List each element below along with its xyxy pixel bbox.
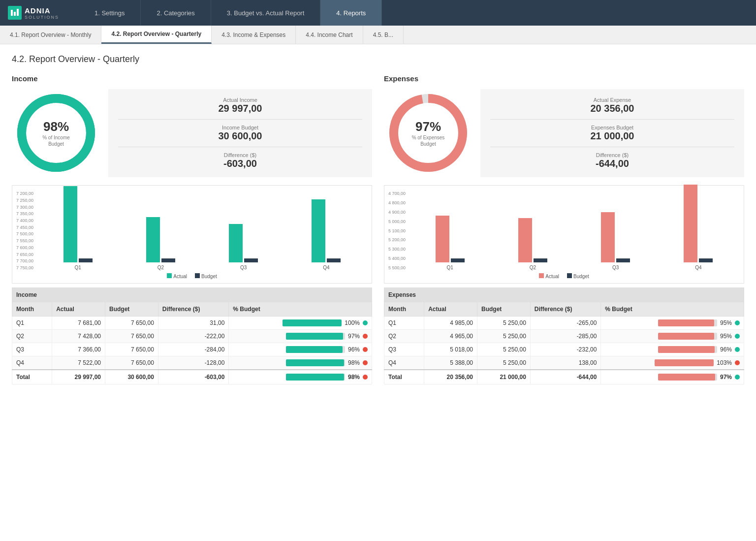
expenses-budget-bar-q1 bbox=[451, 258, 465, 262]
income-legend-actual: Actual bbox=[167, 273, 187, 279]
income-actual-bar-q3 bbox=[229, 224, 243, 262]
expenses-th-pct: % Budget bbox=[601, 302, 744, 317]
nav-tab-categories[interactable]: 2. Categories bbox=[141, 0, 211, 26]
income-diff-q4: -128,00 bbox=[158, 356, 229, 370]
income-budget-stat: Income Budget 30 600,00 bbox=[118, 125, 362, 142]
income-budget-bar-q1 bbox=[79, 258, 93, 262]
expenses-donut-pct: 97% bbox=[412, 119, 445, 134]
expenses-diff-label: Difference ($) bbox=[490, 152, 734, 158]
income-th-budget: Budget bbox=[105, 302, 158, 317]
logo-icon bbox=[8, 6, 22, 20]
expenses-diff-q3: -232,00 bbox=[530, 343, 601, 356]
expenses-budget-q2: 5 250,00 bbox=[477, 330, 530, 343]
expenses-budget-bar-q2 bbox=[534, 258, 547, 262]
expenses-th-budget: Budget bbox=[477, 302, 530, 317]
expenses-diff-q4: 138,00 bbox=[530, 356, 601, 370]
expenses-bar-group-q1: Q1 bbox=[409, 216, 491, 270]
income-th-month: Month bbox=[12, 302, 52, 317]
income-column: Income 98% % of IncomeBudget bbox=[12, 74, 372, 384]
expenses-x-label-q3: Q3 bbox=[612, 265, 619, 270]
sub-tab-income-expenses[interactable]: 4.3. Income & Expenses bbox=[212, 26, 296, 44]
sub-tab-b[interactable]: 4.5. B... bbox=[363, 26, 404, 44]
income-budget-q4: 7 650,00 bbox=[105, 356, 158, 370]
income-legend-actual-dot bbox=[167, 273, 172, 278]
income-table: Income Month Actual Budget Difference ($… bbox=[12, 287, 372, 384]
income-month-q3: Q3 bbox=[12, 343, 52, 356]
sub-tab-monthly[interactable]: 4.1. Report Overview - Monthly bbox=[0, 26, 101, 44]
nav-tab-reports[interactable]: 4. Reports bbox=[320, 0, 382, 26]
expenses-legend-actual: Actual bbox=[539, 273, 559, 279]
sub-navigation: 4.1. Report Overview - Monthly 4.2. Repo… bbox=[0, 26, 756, 44]
expenses-total-label: Total bbox=[384, 370, 424, 384]
expenses-donut-sub: % of ExpensesBudget bbox=[412, 134, 445, 147]
income-chart-legend: Actual Budget bbox=[16, 273, 368, 279]
expenses-chart-legend: Actual Budget bbox=[388, 273, 740, 279]
income-bar-group-q3: Q3 bbox=[202, 224, 285, 270]
income-total-budget: 30 600,00 bbox=[105, 370, 158, 384]
income-total-dot bbox=[363, 375, 368, 380]
sub-tab-income-chart[interactable]: 4.4. Income Chart bbox=[296, 26, 363, 44]
income-pct-q3: 96% bbox=[229, 343, 372, 356]
income-budget-bar-q3 bbox=[244, 258, 258, 262]
income-bar-groups: Q1 Q2 bbox=[36, 191, 368, 270]
expenses-budget-bar-q4 bbox=[699, 258, 713, 262]
income-bar-group-q2: Q2 bbox=[119, 217, 202, 270]
expenses-actual-q4: 5 388,00 bbox=[424, 356, 477, 370]
income-budget-bar-q2 bbox=[161, 258, 175, 262]
expenses-actual-bar-q4 bbox=[684, 185, 697, 262]
brand-name: ADNIA bbox=[25, 6, 59, 15]
income-dot-q4 bbox=[363, 360, 368, 365]
income-pct-q1: 100% bbox=[229, 317, 372, 330]
expenses-legend-budget: Budget bbox=[567, 273, 589, 279]
income-legend-budget-dot bbox=[195, 273, 200, 278]
page-content: 4.2. Report Overview - Quarterly Income … bbox=[0, 44, 756, 394]
expenses-th-actual: Actual bbox=[424, 302, 477, 317]
expenses-actual-label: Actual Expense bbox=[490, 97, 734, 103]
income-total-pct: 98% bbox=[229, 370, 372, 384]
expenses-pct-q1: 95% bbox=[601, 317, 744, 330]
nav-tab-settings[interactable]: 1. Settings bbox=[79, 0, 141, 26]
income-legend-budget: Budget bbox=[195, 273, 217, 279]
svg-rect-2 bbox=[17, 9, 19, 16]
income-row-q2: Q2 7 428,00 7 650,00 -222,00 97% bbox=[12, 330, 372, 343]
page-title: 4.2. Report Overview - Quarterly bbox=[12, 54, 744, 64]
expenses-diff-value: -644,00 bbox=[490, 158, 734, 169]
expenses-total-row: Total 20 356,00 21 000,00 -644,00 97% bbox=[384, 370, 744, 384]
nav-tab-budget-actual[interactable]: 3. Budget vs. Actual Report bbox=[211, 0, 321, 26]
expenses-legend-actual-dot bbox=[539, 273, 544, 278]
income-donut-label: 98% % of IncomeBudget bbox=[42, 119, 70, 147]
expenses-month-q2: Q2 bbox=[384, 330, 424, 343]
main-two-col: Income 98% % of IncomeBudget bbox=[12, 74, 744, 384]
expenses-th-diff: Difference ($) bbox=[530, 302, 601, 317]
income-total-actual: 29 997,00 bbox=[52, 370, 105, 384]
expenses-actual-q1: 4 985,00 bbox=[424, 317, 477, 330]
income-row-q1: Q1 7 681,00 7 650,00 31,00 100% bbox=[12, 317, 372, 330]
expenses-bar-groups: Q1 Q2 bbox=[409, 191, 740, 270]
logo: ADNIA SOLUTIONS bbox=[0, 6, 79, 20]
expenses-actual-value: 20 356,00 bbox=[490, 103, 734, 114]
expenses-donut-stats-row: 97% % of ExpensesBudget Actual Expense 2… bbox=[384, 89, 744, 177]
expenses-budget-q4: 5 250,00 bbox=[477, 356, 530, 370]
expenses-total-actual: 20 356,00 bbox=[424, 370, 477, 384]
expenses-donut-chart: 97% % of ExpensesBudget bbox=[384, 89, 472, 177]
expenses-diff-q1: -265,00 bbox=[530, 317, 601, 330]
income-actual-q3: 7 366,00 bbox=[52, 343, 105, 356]
income-donut-stats-row: 98% % of IncomeBudget Actual Income 29 9… bbox=[12, 89, 372, 177]
expenses-budget-value: 21 000,00 bbox=[490, 130, 734, 142]
income-bar-group-q1: Q1 bbox=[36, 186, 119, 270]
expenses-table-footer: Total 20 356,00 21 000,00 -644,00 97% bbox=[384, 370, 744, 384]
expenses-diff-q2: -285,00 bbox=[530, 330, 601, 343]
income-budget-value: 30 600,00 bbox=[118, 130, 362, 142]
expenses-budget-label: Expenses Budget bbox=[490, 125, 734, 130]
expenses-pct-q4: 103% bbox=[601, 356, 744, 370]
income-actual-q1: 7 681,00 bbox=[52, 317, 105, 330]
expenses-actual-bar-q2 bbox=[518, 218, 532, 262]
income-y-axis: 7 750,00 7 700,00 7 650,00 7 600,00 7 55… bbox=[16, 191, 36, 270]
sub-tab-quarterly[interactable]: 4.2. Report Overview - Quarterly bbox=[101, 26, 212, 44]
income-bar-group-q4: Q4 bbox=[285, 199, 368, 270]
income-actual-q2: 7 428,00 bbox=[52, 330, 105, 343]
expenses-x-label-q2: Q2 bbox=[530, 265, 536, 270]
expenses-total-dot bbox=[735, 375, 740, 380]
expenses-table-body: Q1 4 985,00 5 250,00 -265,00 95% bbox=[384, 317, 744, 370]
income-x-label-q2: Q2 bbox=[158, 265, 164, 270]
